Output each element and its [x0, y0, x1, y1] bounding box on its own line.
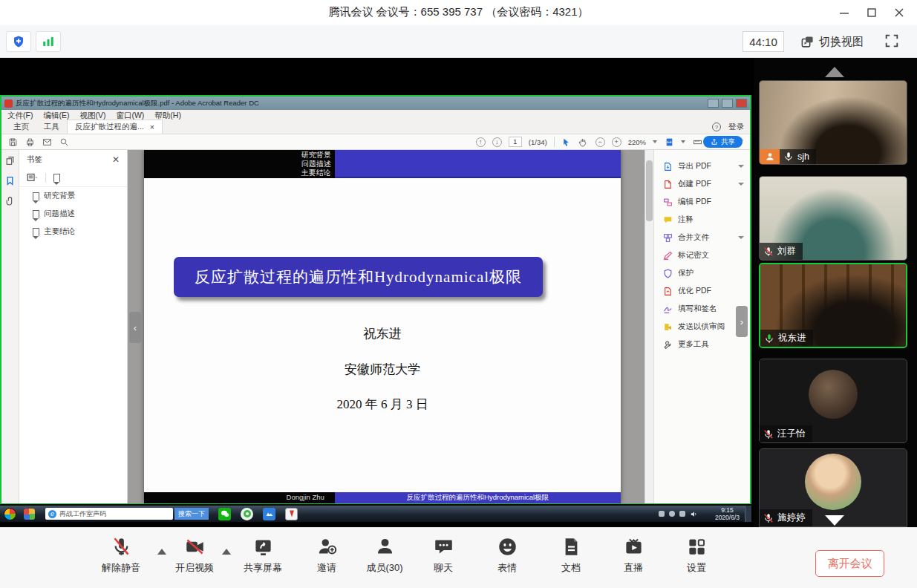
taskbar-clock[interactable]: 9:15 2020/6/3	[715, 506, 740, 521]
taskbar-time: 9:15	[715, 506, 740, 514]
chevron-down-icon[interactable]	[738, 165, 744, 168]
tab-document[interactable]: 反应扩散过程的遍... ×	[67, 120, 163, 134]
emoji-button[interactable]: 表情	[476, 537, 538, 575]
login-link[interactable]: 登录	[728, 122, 744, 132]
zoom-level-value[interactable]: 220%	[628, 138, 646, 146]
unmute-button[interactable]: 解除静音	[90, 537, 152, 575]
network-signal-button[interactable]	[36, 31, 61, 52]
acrobat-minimize-icon[interactable]	[708, 99, 719, 108]
pdf-document-area: 研究背景 问题描述 主要结论 反应扩散过程的遍历性和Hydrodynamical…	[128, 150, 653, 503]
tool-comment[interactable]: 注释	[654, 211, 750, 229]
zoom-in-icon[interactable]: +	[612, 137, 621, 147]
mic-muted-icon	[763, 246, 774, 257]
collapse-tools-panel-icon[interactable]: ›	[736, 306, 748, 337]
docs-button[interactable]: 文档	[540, 537, 602, 575]
system-tray[interactable]	[659, 510, 698, 518]
zoom-out-icon[interactable]: −	[595, 137, 605, 147]
tool-export-pdf[interactable]: 导出 PDF	[654, 157, 750, 175]
page-thumbnails-icon[interactable]	[5, 156, 15, 166]
menu-edit[interactable]: 编辑(E)	[43, 111, 69, 121]
tool-combine-files[interactable]: 合并文件	[654, 229, 750, 246]
adobe-reader-icon[interactable]	[285, 508, 298, 520]
start-button-icon[interactable]	[4, 508, 16, 520]
show-desktop-button[interactable]	[745, 506, 751, 522]
invite-button[interactable]: 邀请	[296, 537, 358, 575]
chat-button[interactable]: 聊天	[412, 537, 474, 575]
start-video-button[interactable]: 开启视频	[163, 537, 226, 575]
email-icon[interactable]	[42, 137, 52, 147]
taskbar-search-button[interactable]: 搜索一下	[174, 508, 209, 520]
security-shield-button[interactable]	[6, 31, 31, 52]
vertical-scrollbar[interactable]	[644, 150, 653, 503]
tab-tools[interactable]: 工具	[36, 120, 67, 134]
page-down-icon[interactable]: ↓	[492, 137, 502, 147]
bookmark-item[interactable]: 问题描述	[19, 205, 127, 223]
bookmark-item[interactable]: 主要结论	[19, 223, 127, 241]
tab-document-label: 反应扩散过程的遍...	[75, 122, 144, 132]
scroll-up-icon[interactable]	[825, 67, 844, 77]
tool-optimize-pdf[interactable]: 优化 PDF	[654, 282, 750, 300]
share-screen-button[interactable]: 共享屏幕	[232, 537, 294, 575]
tool-redact[interactable]: 标记密文	[654, 246, 750, 264]
taskbar-search-text: 再战工作室声码	[59, 509, 170, 519]
minimize-icon[interactable]	[838, 6, 851, 19]
meeting-title: 腾讯会议 会议号：655 395 737 （会议密码：4321）	[0, 5, 917, 19]
participant-tile-sjh[interactable]: sjh	[759, 80, 907, 165]
hand-tool-icon[interactable]	[578, 137, 589, 147]
zoom-dropdown-icon[interactable]	[653, 140, 657, 143]
fit-dropdown-icon[interactable]	[681, 140, 685, 143]
fullscreen-icon[interactable]	[884, 33, 900, 49]
settings-button[interactable]: 设置	[665, 537, 728, 575]
tool-create-pdf[interactable]: 创建 PDF	[654, 175, 750, 193]
bookmark-item[interactable]: 研究背景	[19, 187, 127, 205]
switch-view-button[interactable]: 切换视图	[800, 31, 864, 52]
slide-header-bar: 研究背景 问题描述 主要结论	[144, 150, 621, 178]
browser-360-icon[interactable]	[241, 508, 253, 520]
participant-name: 祝东进	[778, 332, 806, 344]
blue-app-icon[interactable]	[263, 508, 275, 520]
scroll-down-icon[interactable]	[825, 515, 844, 526]
tab-home[interactable]: 主页	[6, 120, 36, 134]
taskbar-app-icon[interactable]	[24, 509, 35, 520]
maximize-icon[interactable]	[865, 6, 878, 19]
volume-icon[interactable]	[690, 510, 698, 518]
participant-tile-liuqun[interactable]: 刘群	[759, 176, 907, 261]
save-icon[interactable]	[7, 137, 18, 147]
bookmarks-panel-icon[interactable]	[5, 176, 15, 186]
measure-icon[interactable]	[692, 137, 702, 147]
help-icon[interactable]: ?	[712, 122, 721, 131]
acrobat-restore-icon[interactable]	[722, 99, 733, 108]
new-bookmark-icon[interactable]	[53, 174, 60, 182]
leave-meeting-button[interactable]: 离开会议	[815, 550, 884, 577]
members-button[interactable]: 成员(30)	[353, 537, 416, 575]
tab-close-icon[interactable]: ×	[150, 122, 154, 131]
participant-tile-wangziyi[interactable]: 汪子怡	[759, 359, 907, 443]
acrobat-nav-strip	[1, 150, 19, 503]
bookmarks-close-icon[interactable]: ✕	[112, 154, 120, 165]
live-button[interactable]: 直播	[602, 537, 665, 575]
scrollbar-thumb[interactable]	[646, 160, 653, 221]
participant-name: 刘群	[777, 245, 796, 258]
acrobat-close-icon[interactable]	[736, 99, 747, 108]
search-icon[interactable]	[59, 137, 69, 147]
collapse-left-panel-icon[interactable]: ‹	[129, 312, 141, 343]
page-number-input[interactable]: 1	[509, 137, 522, 147]
taskbar-search-band[interactable]: e 再战工作室声码	[45, 508, 173, 520]
attachments-icon[interactable]	[5, 196, 15, 206]
video-options-caret-icon[interactable]	[222, 549, 231, 555]
tool-protect[interactable]: 保护	[654, 264, 750, 282]
acrobat-share-button[interactable]: 共享	[703, 136, 743, 148]
chevron-down-icon[interactable]	[738, 236, 744, 239]
participant-tile-zhudongjin[interactable]: 祝东进	[759, 263, 907, 348]
bookmark-options-icon[interactable]	[27, 173, 38, 183]
menu-file[interactable]: 文件(F)	[7, 111, 33, 121]
select-cursor-icon[interactable]	[561, 137, 572, 147]
tool-edit-pdf[interactable]: 编辑 PDF	[654, 193, 750, 211]
wechat-icon[interactable]	[218, 508, 231, 520]
tool-more-tools[interactable]: 更多工具	[654, 336, 750, 353]
fit-width-icon[interactable]	[664, 137, 674, 147]
page-up-icon[interactable]: ↑	[476, 137, 486, 147]
close-icon[interactable]	[892, 6, 906, 19]
chevron-down-icon[interactable]	[738, 183, 744, 186]
print-icon[interactable]	[25, 137, 35, 147]
